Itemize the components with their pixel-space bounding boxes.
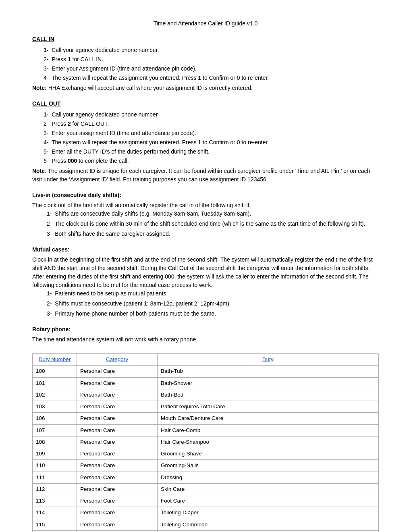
table-row: 101Personal CareBath-Shower [33,377,379,389]
live-in-intro: The clock out of the first shift will au… [32,201,379,210]
duty-number-cell: 113 [33,495,77,507]
duty-number-cell: 110 [33,460,77,472]
list-item: 6- Press 000 to complete the call. [42,157,379,165]
call-in-heading: CALL IN [32,35,379,44]
note-label: Note [32,168,45,174]
duty-number-cell: 115 [33,519,77,530]
note-label: Note: [32,85,47,91]
rotary-text: The time and attendance system will not … [32,335,379,344]
table-row: 114Personal CareToileting-Diaper [33,507,379,519]
duty-cell: Hair Care-Shampoo [158,436,379,448]
mutual-list: 1- Patients need to be setup as mutual p… [47,289,379,318]
list-item: 3- Both shifts have the same caregiver a… [47,230,379,238]
call-in-section: CALL IN 1- Call your agency dedicated ph… [32,35,379,92]
duty-number-cell: 114 [33,507,77,519]
list-item: 1- Call your agency dedicated phone numb… [42,46,379,54]
duty-cell: Bath-Tub [158,366,379,377]
mutual-intro: Clock in at the beginning of the first s… [32,256,379,289]
table-row: 111Personal CareDressing [33,472,379,483]
duty-cell: Bath-Shower [158,377,379,389]
category-cell: Personal Care [77,507,158,519]
duty-cell: Mouth Care/Denture Care [158,413,379,424]
duty-number-cell: 101 [33,377,77,389]
page-container: Time and Attendance Caller ID guide v1.0… [0,0,411,532]
duty-cell: Patient requires Total Care [158,401,379,413]
table-row: 115Personal CareToileting-Commode [33,519,379,530]
col-header-category: Category [77,354,158,366]
col-header-number: Duty Number [33,354,77,366]
list-item: 2- Press 2 for CALL OUT. [42,120,379,128]
call-in-list: 1- Call your agency dedicated phone numb… [42,46,379,82]
table-row: 108Personal CareHair Care-Shampoo [33,436,379,448]
duty-number-cell: 112 [33,483,77,495]
table-row: 100Personal CareBath-Tub [33,366,379,377]
live-in-heading: Live-in (consecutive daily shifts): [32,191,379,200]
category-cell: Personal Care [77,530,158,532]
call-out-heading: CALL OUT [32,100,379,108]
live-in-list: 1- Shifts are consecutive daily shifts (… [47,210,379,238]
rotary-heading: Rotary phone: [32,325,379,334]
category-cell: Personal Care [77,424,158,436]
duty-number-cell: 116 [33,530,77,532]
list-item: 3- Enter your assignment ID (time and at… [42,129,379,137]
table-row: 102Personal CareBath-Bed [33,389,379,401]
category-cell: Personal Care [77,413,158,424]
duty-cell: Bath-Bed [158,389,379,401]
table-row: 113Personal CareFoot Care [33,495,379,507]
category-cell: Personal Care [77,448,158,460]
call-out-note: Note: The assignment ID is unique for ea… [32,167,379,184]
list-item: 4- The system will repeat the assignment… [42,74,379,82]
table-row: 106Personal CareMouth Care/Denture Care [33,413,379,424]
col-header-duty: Duty [158,354,379,366]
category-cell: Personal Care [77,401,158,413]
list-item: 4- The system will repeat the assignment… [42,138,379,147]
list-item: 2- The clock out is done within 30 min o… [47,220,379,228]
list-item: 1- Patients need to be setup as mutual p… [47,289,379,298]
duty-number-cell: 109 [33,448,77,460]
table-row: 109Personal CareGrooming-Shave [33,448,379,460]
category-cell: Personal Care [77,366,158,377]
category-cell: Personal Care [77,495,158,507]
category-cell: Personal Care [77,472,158,483]
list-item: 1- Call your agency dedicated phone numb… [42,110,379,119]
category-cell: Personal Care [77,436,158,448]
duty-number-cell: 102 [33,389,77,401]
list-item: 5- Enter all the DUTY ID’s of the duties… [42,148,379,156]
category-cell: Personal Care [77,519,158,530]
mutual-heading: Mutual cases: [32,245,379,254]
rotary-phone-section: Rotary phone: The time and attendance sy… [32,325,379,344]
table-body: 100Personal CareBath-Tub101Personal Care… [33,366,379,532]
duty-cell: Skin Care [158,483,379,495]
live-in-section: Live-in (consecutive daily shifts): The … [32,191,379,238]
table-row: 112Personal CareSkin Care [33,483,379,495]
page-title: Time and Attendance Caller ID guide v1.0 [32,19,379,28]
duty-cell: Foot Care [158,495,379,507]
table-row: 107Personal CareHair Care-Comb [33,424,379,436]
list-item: 2- Press 1 for CALL IN. [42,55,379,64]
duty-number-cell: 100 [33,366,77,377]
table-row: 116Personal CareToileting-Bedpan/Urinal [33,530,379,532]
duty-table: Duty Number Category Duty 100Personal Ca… [32,353,379,532]
list-item: 2- Shifts must be consecutive (patient 1… [47,299,379,308]
duty-cell: Toileting-Commode [158,519,379,530]
duty-cell: Grooming-Nails [158,460,379,472]
list-item: 3- Primary home phone number of both pat… [47,310,379,318]
category-cell: Personal Care [77,460,158,472]
duty-number-cell: 108 [33,436,77,448]
duty-cell: Dressing [158,472,379,483]
mutual-cases-section: Mutual cases: Clock in at the beginning … [32,245,379,318]
duty-cell: Hair Care-Comb [158,424,379,436]
table-header: Duty Number Category Duty [33,354,379,366]
note-text: HHA Exchange will accept any call where … [47,85,253,91]
duty-number-cell: 103 [33,401,77,413]
duty-cell: Grooming-Shave [158,448,379,460]
category-cell: Personal Care [77,483,158,495]
list-item: 1- Shifts are consecutive daily shifts (… [47,210,379,218]
table-row: 110Personal CareGrooming-Nails [33,460,379,472]
duty-number-cell: 106 [33,413,77,424]
call-in-note: Note: HHA Exchange will accept any call … [32,84,379,92]
category-cell: Personal Care [77,389,158,401]
duty-number-cell: 111 [33,472,77,483]
duty-number-cell: 107 [33,424,77,436]
duty-cell: Toileting-Bedpan/Urinal [158,530,379,532]
